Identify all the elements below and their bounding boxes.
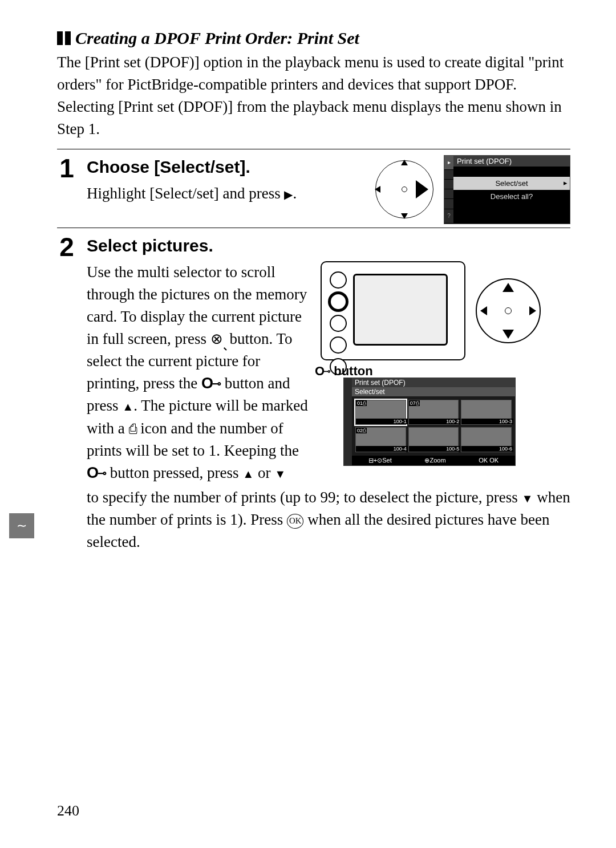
section-tab-icon: ∼ (9, 513, 34, 538)
manual-page: ∼ Creating a DPOF Print Order: Print Set… (0, 0, 616, 848)
step-2-text-continuation: to specify the number of prints (up to 9… (87, 486, 570, 553)
zoom-in-icon (210, 328, 226, 350)
multi-selector-large-icon (476, 278, 541, 343)
intro-paragraph: The [Print set (DPOF)] option in the pla… (57, 51, 570, 141)
lcd-title: Print set (DPOF) (352, 378, 515, 387)
step-2: 2 Select pictures. Use the multi selecto… (57, 234, 570, 554)
ok-button-icon: OK (287, 514, 303, 529)
camera-button-icon (330, 271, 347, 289)
thumbnail: 07⎙ 100-2 (408, 400, 459, 425)
step-number: 2 (57, 234, 76, 260)
multi-selector-icon (375, 160, 433, 218)
down-arrow-icon (522, 489, 533, 506)
lcd-footer: ⊟+⊙Set ⊕Zoom OK OK (352, 456, 515, 465)
up-arrow-icon (242, 464, 254, 481)
on-button-icon (201, 372, 221, 395)
menu-sidebar-icon: ▸? (444, 156, 453, 224)
step-2-title: Select pictures. (87, 236, 570, 255)
step-1: 1 Choose [Select/set]. Highlight [Select… (57, 155, 570, 224)
on-button-icon (315, 364, 330, 379)
camera-button-icon (330, 336, 347, 354)
thumbnail: 100-5 (408, 427, 459, 452)
step-number: 1 (57, 155, 76, 181)
section-heading: Creating a DPOF Print Order: Print Set (57, 29, 570, 48)
thumbnail: 01⎙ 100-1 (355, 400, 406, 425)
thumbnail: 100-6 (461, 427, 512, 452)
step-1-text: Highlight [Select/set] and press . (87, 182, 364, 205)
page-number: 240 (57, 802, 79, 819)
on-button-icon (87, 462, 106, 484)
thumbnail-selection-screenshot: Print set (DPOF) Select/set 01⎙ 100-1 07… (343, 378, 516, 466)
menu-item-deselect: Deselect all? (453, 190, 570, 203)
down-arrow-icon (274, 464, 286, 481)
divider (57, 228, 570, 228)
divider (57, 149, 570, 149)
camera-on-button-icon (330, 293, 347, 310)
lcd-subtitle: Select/set (352, 387, 515, 396)
menu-item-select-set: Select/set (453, 177, 570, 190)
camera-back-illustration: button (321, 261, 465, 360)
section-heading-text: Creating a DPOF Print Order: Print Set (75, 29, 359, 48)
camera-caption: button (315, 364, 373, 379)
step-1-title: Choose [Select/set]. (87, 157, 364, 177)
dpof-menu-screenshot: ▸? Print set (DPOF) Select/set Deselect … (444, 155, 570, 224)
step-2-text-col: Use the multi selector to scroll through… (87, 261, 309, 484)
print-icon (129, 420, 137, 437)
right-arrow-icon (284, 182, 293, 205)
menu-title: Print set (DPOF) (453, 156, 570, 167)
up-arrow-icon (122, 397, 133, 414)
thumbnail: 100-3 (461, 400, 512, 425)
thumbnail: 02⎙ 100-4 (355, 427, 406, 452)
heading-marker-icon (57, 31, 71, 45)
camera-button-icon (330, 315, 347, 332)
